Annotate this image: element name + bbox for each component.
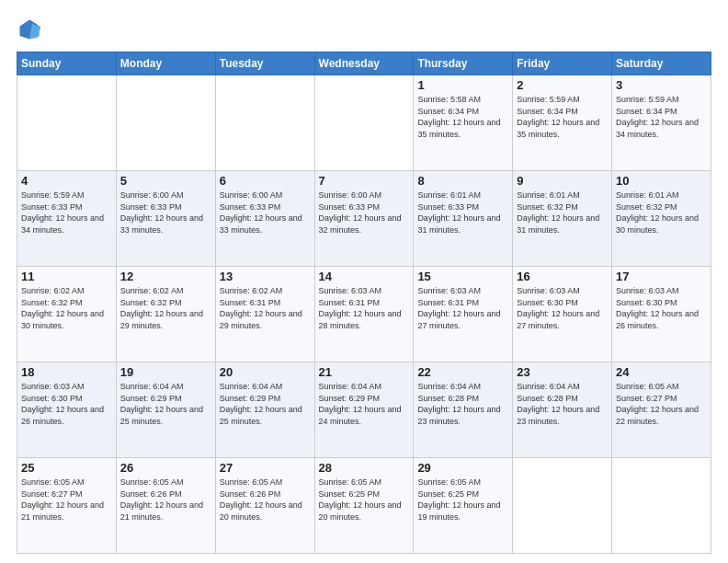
day-cell: 16Sunrise: 6:03 AM Sunset: 6:30 PM Dayli… (513, 267, 612, 362)
day-info: Sunrise: 5:59 AM Sunset: 6:33 PM Dayligh… (21, 190, 112, 236)
day-number: 18 (21, 365, 112, 379)
day-number: 11 (21, 270, 112, 283)
day-number: 3 (616, 78, 707, 92)
day-info: Sunrise: 6:01 AM Sunset: 6:32 PM Dayligh… (616, 190, 707, 236)
day-cell: 12Sunrise: 6:02 AM Sunset: 6:32 PM Dayli… (116, 267, 215, 362)
day-number: 2 (517, 78, 608, 92)
day-cell: 18Sunrise: 6:03 AM Sunset: 6:30 PM Dayli… (17, 362, 117, 458)
day-cell: 8Sunrise: 6:01 AM Sunset: 6:33 PM Daylig… (414, 171, 513, 267)
day-cell: 10Sunrise: 6:01 AM Sunset: 6:32 PM Dayli… (612, 171, 711, 267)
day-info: Sunrise: 5:58 AM Sunset: 6:34 PM Dayligh… (417, 94, 508, 140)
day-info: Sunrise: 6:01 AM Sunset: 6:33 PM Dayligh… (417, 190, 508, 236)
weekday-header-sunday: Sunday (17, 52, 117, 75)
week-row-3: 18Sunrise: 6:03 AM Sunset: 6:30 PM Dayli… (17, 362, 711, 458)
day-number: 14 (319, 270, 410, 283)
day-info: Sunrise: 6:05 AM Sunset: 6:27 PM Dayligh… (21, 477, 112, 523)
day-number: 24 (616, 365, 707, 379)
day-cell: 29Sunrise: 6:05 AM Sunset: 6:25 PM Dayli… (414, 458, 513, 554)
day-cell: 15Sunrise: 6:03 AM Sunset: 6:31 PM Dayli… (414, 267, 513, 362)
weekday-header-tuesday: Tuesday (215, 52, 314, 75)
day-cell: 9Sunrise: 6:01 AM Sunset: 6:32 PM Daylig… (513, 171, 612, 267)
day-number: 7 (319, 174, 410, 188)
day-cell: 14Sunrise: 6:03 AM Sunset: 6:31 PM Dayli… (314, 267, 414, 362)
header (17, 17, 711, 42)
day-info: Sunrise: 6:02 AM Sunset: 6:32 PM Dayligh… (120, 285, 211, 331)
page: SundayMondayTuesdayWednesdayThursdayFrid… (0, 0, 728, 563)
weekday-header-wednesday: Wednesday (314, 52, 414, 75)
day-number: 10 (616, 174, 707, 188)
day-number: 26 (120, 461, 211, 475)
day-number: 27 (220, 461, 311, 475)
weekday-header-friday: Friday (513, 52, 612, 75)
day-info: Sunrise: 6:05 AM Sunset: 6:26 PM Dayligh… (220, 477, 311, 523)
day-info: Sunrise: 6:02 AM Sunset: 6:32 PM Dayligh… (21, 285, 112, 331)
day-cell: 13Sunrise: 6:02 AM Sunset: 6:31 PM Dayli… (215, 267, 314, 362)
day-number: 28 (319, 461, 410, 475)
day-info: Sunrise: 6:03 AM Sunset: 6:30 PM Dayligh… (517, 285, 608, 331)
day-cell: 20Sunrise: 6:04 AM Sunset: 6:29 PM Dayli… (215, 362, 314, 458)
day-cell: 21Sunrise: 6:04 AM Sunset: 6:29 PM Dayli… (314, 362, 414, 458)
day-info: Sunrise: 6:04 AM Sunset: 6:28 PM Dayligh… (517, 381, 608, 427)
day-number: 13 (220, 270, 311, 283)
day-cell: 27Sunrise: 6:05 AM Sunset: 6:26 PM Dayli… (215, 458, 314, 554)
day-cell: 23Sunrise: 6:04 AM Sunset: 6:28 PM Dayli… (513, 362, 612, 458)
day-number: 16 (517, 270, 608, 283)
day-info: Sunrise: 6:04 AM Sunset: 6:29 PM Dayligh… (220, 381, 311, 427)
day-info: Sunrise: 5:59 AM Sunset: 6:34 PM Dayligh… (517, 94, 608, 140)
day-cell: 25Sunrise: 6:05 AM Sunset: 6:27 PM Dayli… (17, 458, 117, 554)
day-number: 9 (517, 174, 608, 188)
day-cell: 24Sunrise: 6:05 AM Sunset: 6:27 PM Dayli… (612, 362, 711, 458)
day-info: Sunrise: 6:05 AM Sunset: 6:27 PM Dayligh… (616, 381, 707, 427)
day-cell (215, 75, 314, 171)
day-cell: 4Sunrise: 5:59 AM Sunset: 6:33 PM Daylig… (17, 171, 117, 267)
day-number: 21 (319, 365, 410, 379)
day-info: Sunrise: 6:03 AM Sunset: 6:31 PM Dayligh… (417, 285, 508, 331)
week-row-2: 11Sunrise: 6:02 AM Sunset: 6:32 PM Dayli… (17, 267, 711, 362)
calendar: SundayMondayTuesdayWednesdayThursdayFrid… (17, 52, 711, 554)
day-cell (612, 458, 711, 554)
day-info: Sunrise: 6:00 AM Sunset: 6:33 PM Dayligh… (120, 190, 211, 236)
day-info: Sunrise: 6:03 AM Sunset: 6:31 PM Dayligh… (319, 285, 410, 331)
day-number: 23 (517, 365, 608, 379)
day-number: 29 (417, 461, 508, 475)
day-number: 19 (120, 365, 211, 379)
day-info: Sunrise: 6:03 AM Sunset: 6:30 PM Dayligh… (616, 285, 707, 331)
week-row-0: 1Sunrise: 5:58 AM Sunset: 6:34 PM Daylig… (17, 75, 711, 171)
day-info: Sunrise: 6:01 AM Sunset: 6:32 PM Dayligh… (517, 190, 608, 236)
logo (17, 17, 46, 42)
day-number: 6 (220, 174, 311, 188)
day-cell: 3Sunrise: 5:59 AM Sunset: 6:34 PM Daylig… (612, 75, 711, 171)
day-number: 12 (120, 270, 211, 283)
day-number: 5 (120, 174, 211, 188)
week-row-4: 25Sunrise: 6:05 AM Sunset: 6:27 PM Dayli… (17, 458, 711, 554)
day-info: Sunrise: 6:04 AM Sunset: 6:29 PM Dayligh… (120, 381, 211, 427)
day-cell (314, 75, 414, 171)
day-number: 4 (21, 174, 112, 188)
day-cell (17, 75, 117, 171)
day-info: Sunrise: 6:03 AM Sunset: 6:30 PM Dayligh… (21, 381, 112, 427)
day-cell: 19Sunrise: 6:04 AM Sunset: 6:29 PM Dayli… (116, 362, 215, 458)
day-cell: 28Sunrise: 6:05 AM Sunset: 6:25 PM Dayli… (314, 458, 414, 554)
day-cell: 11Sunrise: 6:02 AM Sunset: 6:32 PM Dayli… (17, 267, 117, 362)
day-number: 22 (417, 365, 508, 379)
day-cell: 5Sunrise: 6:00 AM Sunset: 6:33 PM Daylig… (116, 171, 215, 267)
day-info: Sunrise: 6:00 AM Sunset: 6:33 PM Dayligh… (220, 190, 311, 236)
weekday-header-saturday: Saturday (612, 52, 711, 75)
day-number: 25 (21, 461, 112, 475)
weekday-header-row: SundayMondayTuesdayWednesdayThursdayFrid… (17, 52, 711, 75)
day-info: Sunrise: 6:00 AM Sunset: 6:33 PM Dayligh… (319, 190, 410, 236)
day-info: Sunrise: 6:05 AM Sunset: 6:26 PM Dayligh… (120, 477, 211, 523)
day-info: Sunrise: 5:59 AM Sunset: 6:34 PM Dayligh… (616, 94, 707, 140)
day-cell: 2Sunrise: 5:59 AM Sunset: 6:34 PM Daylig… (513, 75, 612, 171)
day-number: 15 (417, 270, 508, 283)
day-cell: 7Sunrise: 6:00 AM Sunset: 6:33 PM Daylig… (314, 171, 414, 267)
day-cell: 26Sunrise: 6:05 AM Sunset: 6:26 PM Dayli… (116, 458, 215, 554)
logo-icon (17, 17, 42, 42)
weekday-header-monday: Monday (116, 52, 215, 75)
day-info: Sunrise: 6:02 AM Sunset: 6:31 PM Dayligh… (220, 285, 311, 331)
day-cell: 1Sunrise: 5:58 AM Sunset: 6:34 PM Daylig… (414, 75, 513, 171)
day-cell: 6Sunrise: 6:00 AM Sunset: 6:33 PM Daylig… (215, 171, 314, 267)
day-number: 20 (220, 365, 311, 379)
day-number: 17 (616, 270, 707, 283)
day-cell: 17Sunrise: 6:03 AM Sunset: 6:30 PM Dayli… (612, 267, 711, 362)
